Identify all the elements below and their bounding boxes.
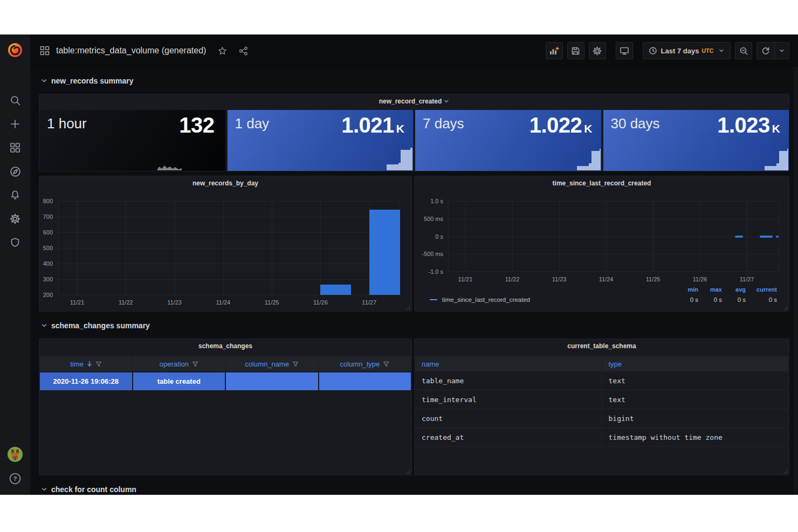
sidebar-item-server-admin[interactable] <box>0 231 30 254</box>
y-tick-label: 500 ms <box>424 216 443 222</box>
refresh-dashboard-button[interactable] <box>757 43 774 59</box>
gridline <box>126 201 126 295</box>
zoom-out-icon <box>739 46 748 56</box>
gridline <box>223 201 224 295</box>
series-segment <box>760 236 773 238</box>
save-dashboard-button[interactable] <box>567 42 584 59</box>
row-toggle-new-records[interactable]: new_records summary <box>41 77 134 85</box>
dashboard-title[interactable]: table:metrics_data_volume (generated) <box>56 46 206 56</box>
legend-series-item[interactable]: time_since_last_record_created <box>430 296 675 303</box>
bar-chart-plot-area[interactable]: 20030040050060070080011/2111/2211/2311/2… <box>58 201 400 295</box>
bar-11/26 <box>320 285 351 295</box>
panel-title-time-since-last-record[interactable]: time_since_last_record_created <box>415 176 789 190</box>
row-toggle-schema-changes[interactable]: schema_changes summary <box>41 321 150 330</box>
y-tick-label: 600 <box>43 229 53 236</box>
table-body: table_name text time_interval text count… <box>415 371 788 447</box>
panel-title-text: current_table_schema <box>567 342 636 350</box>
legend-stat-max: 0 s <box>698 296 722 303</box>
panel-title-text: schema_changes <box>198 342 252 350</box>
sparkline <box>157 163 182 170</box>
table-row[interactable]: count bigint <box>415 409 788 428</box>
legend-stat-header-avg[interactable]: avg <box>722 286 746 293</box>
gridline <box>512 201 513 272</box>
x-tick-label: 11/21 <box>458 276 473 282</box>
row-toggle-check-count-column[interactable]: check for count column <box>41 485 136 494</box>
add-panel-button[interactable] <box>546 42 563 59</box>
avatar-icon <box>7 446 23 462</box>
sidebar-item-create[interactable] <box>0 112 30 136</box>
sidebar-item-dashboards[interactable] <box>0 136 30 160</box>
table-header-row: name type <box>415 356 788 371</box>
grafana-app: ? table:metrics_data_volume (generated) <box>0 34 798 495</box>
sort-desc-icon <box>87 361 92 367</box>
filter-funnel-icon[interactable] <box>292 361 299 367</box>
stat-tile-1-day: 1 day 1.021K <box>228 110 414 171</box>
dashboard-canvas: new_records summary new_record_created 1… <box>30 67 798 495</box>
legend-stat-header-current[interactable]: current <box>746 286 777 293</box>
panel-title-new-records-by-day[interactable]: new_records_by_day <box>39 176 411 190</box>
table-row[interactable]: 2020-11-26 19:06:28 table created <box>40 372 411 390</box>
table-row[interactable]: table_name text <box>415 371 788 390</box>
share-button[interactable] <box>239 46 248 56</box>
filter-funnel-icon[interactable] <box>383 361 389 367</box>
column-header-time[interactable]: time <box>40 356 133 371</box>
stat-label: 7 days <box>423 115 464 132</box>
column-header-operation[interactable]: operation <box>133 356 225 371</box>
legend-stat-avg: 0 s <box>722 296 746 303</box>
column-header-column-type[interactable]: column_type <box>319 356 411 371</box>
panel-resize-handle[interactable] <box>783 469 787 473</box>
chevron-down-icon <box>779 47 785 54</box>
column-header-type[interactable]: type <box>602 356 789 371</box>
time-range-label: Last 7 days <box>661 47 699 55</box>
zoom-out-time-button[interactable] <box>735 42 752 59</box>
column-header-column-name[interactable]: column_name <box>226 356 319 371</box>
panel-title-schema-changes[interactable]: schema_changes <box>39 339 411 353</box>
dashboards-grid-icon <box>10 142 20 153</box>
star-icon <box>218 46 227 56</box>
gridline <box>272 201 272 295</box>
gridline <box>465 201 466 272</box>
cell-type: bigint <box>602 409 789 427</box>
x-tick-label: 11/27 <box>362 299 376 306</box>
column-label: column_name <box>245 360 289 368</box>
panel-resize-handle[interactable] <box>783 306 787 309</box>
panel-resize-handle[interactable] <box>406 469 410 473</box>
time-range-picker[interactable]: Last 7 days UTC <box>643 42 731 59</box>
legend-stat-header-min[interactable]: min <box>675 286 698 293</box>
sidebar-item-search[interactable] <box>0 88 30 112</box>
panel-resize-handle[interactable] <box>783 165 787 169</box>
y-tick-label: 300 <box>43 276 53 282</box>
svg-text:?: ? <box>13 475 17 482</box>
table-row[interactable]: time_interval text <box>415 390 788 409</box>
user-avatar[interactable] <box>7 446 23 465</box>
help-button[interactable]: ? <box>9 472 22 487</box>
cell-type: text <box>602 390 789 409</box>
favorite-star-button[interactable] <box>218 46 227 56</box>
grafana-logo[interactable] <box>6 41 24 59</box>
panel-title-current-table-schema[interactable]: current_table_schema <box>415 339 789 353</box>
cell-type: text <box>602 371 789 390</box>
share-icon <box>239 46 248 56</box>
stat-label: 1 day <box>235 115 270 132</box>
refresh-interval-dropdown[interactable] <box>775 43 789 59</box>
gridline <box>175 201 175 295</box>
series-point <box>776 236 779 238</box>
column-header-name[interactable]: name <box>415 356 602 371</box>
sidebar-item-alerting[interactable] <box>0 183 30 207</box>
clock-icon <box>649 46 657 55</box>
sidebar-item-configuration[interactable] <box>0 207 30 231</box>
legend-stat-header-max[interactable]: max <box>698 286 722 293</box>
sidebar-item-explore[interactable] <box>0 160 30 183</box>
panel-title-new-record-created[interactable]: new_record_created <box>39 94 789 108</box>
panel-resize-handle[interactable] <box>406 306 410 309</box>
dashboard-settings-button[interactable] <box>589 42 606 59</box>
time-series-plot-area[interactable]: 1.0 s500 ms0 s-500 ms-1.0 s11/2111/2211/… <box>448 201 780 272</box>
filter-funnel-icon[interactable] <box>192 361 198 367</box>
table-row[interactable]: created_at timestamp without time zone <box>415 428 788 447</box>
y-tick-label: 800 <box>43 198 53 204</box>
filter-funnel-icon[interactable] <box>95 361 102 367</box>
tv-mode-button[interactable] <box>616 42 633 59</box>
row-title: schema_changes summary <box>51 321 150 330</box>
vertical-scrollbar[interactable] <box>794 67 798 495</box>
shield-icon <box>10 237 20 248</box>
